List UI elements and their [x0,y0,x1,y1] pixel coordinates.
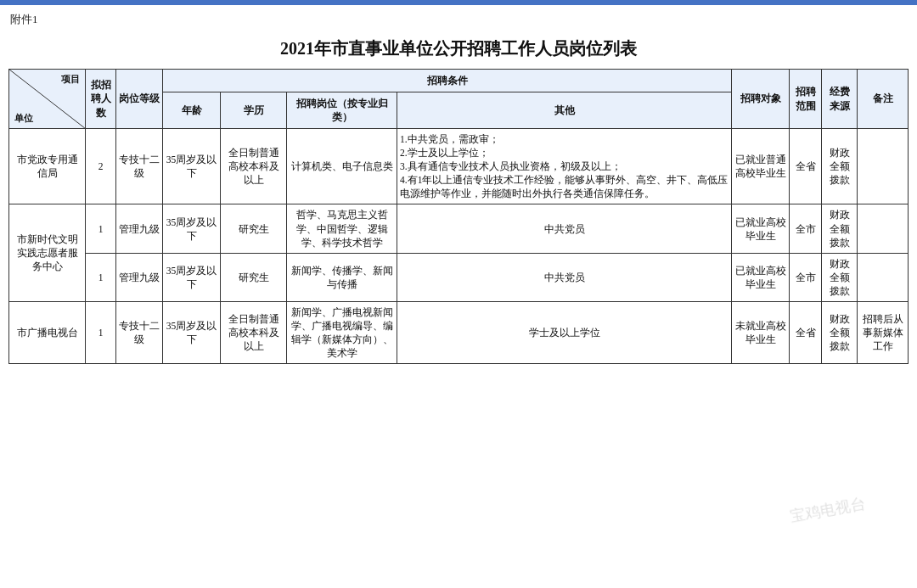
other-cell: 1.中共党员，需政审；2.学士及以上学位；3.具有通信专业技术人员执业资格，初级… [397,129,732,204]
position-cell: 哲学、马克思主义哲学、中国哲学、逻辑学、科学技术哲学 [287,204,397,253]
watermark: 宝鸡电视台 [789,493,868,526]
table-row: 1 管理九级 35周岁及以下 研究生 新闻学、传播学、新闻与传播 中共党员 已就… [9,253,909,301]
education-cell: 研究生 [221,204,287,253]
recruitment-range-header: 招聘范围 [790,70,822,129]
fee-cell: 财政全额拨款 [822,129,858,204]
attachment-label: 附件1 [0,5,917,29]
range-cell: 全市 [790,253,822,301]
unit-cell: 市新时代文明实践志愿者服务中心 [9,204,86,302]
target-cell: 已就业高校毕业生 [732,204,790,253]
remarks-cell: 招聘后从事新媒体工作 [858,302,909,364]
fee-source-header: 经费来源 [822,70,858,129]
education-cell: 研究生 [221,253,287,301]
unit-project-header: 项目 单位 [9,70,86,129]
planned-num-header: 拟招聘人数 [86,70,116,129]
target-cell: 未就业高校毕业生 [732,302,790,364]
grade-cell: 管理九级 [116,204,163,253]
table-row: 市新时代文明实践志愿者服务中心 1 管理九级 35周岁及以下 研究生 哲学、马克… [9,204,909,253]
remarks-cell [858,253,909,301]
unit-cell: 市党政专用通信局 [9,129,86,204]
position-header: 招聘岗位（按专业归类） [287,92,397,129]
range-cell: 全省 [790,129,822,204]
other-cell: 中共党员 [397,253,732,301]
grade-cell: 管理九级 [116,253,163,301]
table-body: 市党政专用通信局 2 专技十二级 35周岁及以下 全日制普通高校本科及以上 计算… [9,129,909,364]
position-cell: 计算机类、电子信息类 [287,129,397,204]
recruitment-conditions-header: 招聘条件 [163,70,732,92]
table-row: 市党政专用通信局 2 专技十二级 35周岁及以下 全日制普通高校本科及以上 计算… [9,129,909,204]
education-cell: 全日制普通高校本科及以上 [221,302,287,364]
recruitment-target-header: 招聘对象 [732,70,790,129]
header-row-1: 项目 单位 拟招聘人数 岗位等级 招聘条件 招聘对象 招聘范围 经费来源 备注 [9,70,909,92]
table-row: 市广播电视台 1 专技十二级 35周岁及以下 全日制普通高校本科及以上 新闻学、… [9,302,909,364]
planned-num-cell: 1 [86,302,116,364]
planned-num-cell: 1 [86,204,116,253]
unit-label: 单位 [14,112,33,125]
other-cell: 学士及以上学位 [397,302,732,364]
education-cell: 全日制普通高校本科及以上 [221,129,287,204]
remarks-cell [858,129,909,204]
range-cell: 全省 [790,302,822,364]
range-cell: 全市 [790,204,822,253]
position-cell: 新闻学、传播学、新闻与传播 [287,253,397,301]
age-cell: 35周岁及以下 [163,302,221,364]
target-cell: 已就业普通高校毕业生 [732,129,790,204]
other-header: 其他 [397,92,732,129]
age-cell: 35周岁及以下 [163,253,221,301]
project-label: 项目 [61,73,80,86]
age-cell: 35周岁及以下 [163,204,221,253]
fee-cell: 财政全额拨款 [822,302,858,364]
education-header: 学历 [221,92,287,129]
target-cell: 已就业高校毕业生 [732,253,790,301]
main-table: 项目 单位 拟招聘人数 岗位等级 招聘条件 招聘对象 招聘范围 经费来源 备注 … [8,69,909,364]
grade-header: 岗位等级 [116,70,163,129]
page-title: 2021年市直事业单位公开招聘工作人员岗位列表 [0,29,917,69]
remarks-cell [858,204,909,253]
fee-cell: 财政全额拨款 [822,253,858,301]
grade-cell: 专技十二级 [116,129,163,204]
planned-num-cell: 2 [86,129,116,204]
remarks-header: 备注 [858,70,909,129]
position-cell: 新闻学、广播电视新闻学、广播电视编导、编辑学（新媒体方向）、美术学 [287,302,397,364]
unit-cell: 市广播电视台 [9,302,86,364]
age-cell: 35周岁及以下 [163,129,221,204]
table-wrap: 项目 单位 拟招聘人数 岗位等级 招聘条件 招聘对象 招聘范围 经费来源 备注 … [0,69,917,372]
grade-cell: 专技十二级 [116,302,163,364]
fee-cell: 财政全额拨款 [822,204,858,253]
planned-num-cell: 1 [86,253,116,301]
age-header: 年龄 [163,92,221,129]
other-cell: 中共党员 [397,204,732,253]
